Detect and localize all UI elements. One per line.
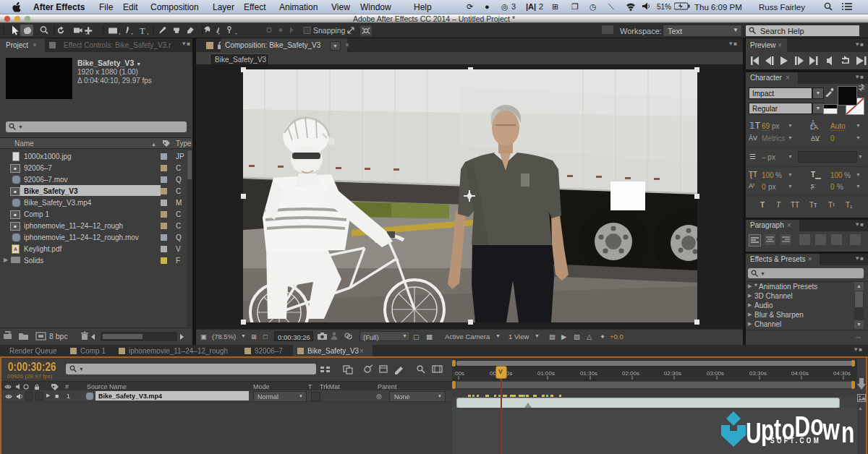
svg-text:SOFT.COM: SOFT.COM: [770, 436, 821, 445]
svg-text:Snapping: Snapping: [313, 26, 346, 35]
svg-text:U: U: [746, 417, 762, 449]
svg-text:8 bpc: 8 bpc: [49, 332, 68, 340]
svg-text:n: n: [841, 416, 854, 448]
svg-text:T: T: [140, 26, 145, 36]
svg-text:w: w: [822, 414, 841, 445]
